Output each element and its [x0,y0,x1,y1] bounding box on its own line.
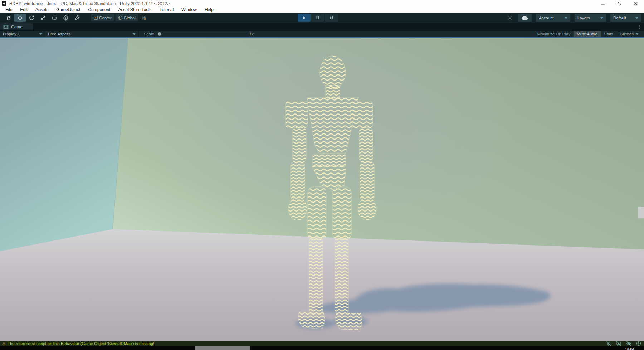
chevron-down-icon [636,33,639,35]
layout-dropdown[interactable]: Default [610,14,641,22]
restore-button[interactable] [611,0,628,7]
grid-snap-button[interactable] [140,14,148,22]
menubar: File Edit Assets GameObject Component As… [0,7,644,13]
main-toolbar: Center Global [0,13,644,23]
aspect-ratio-dropdown[interactable]: Free Aspect [45,31,139,37]
chevron-down-icon [133,33,136,35]
chevron-down-icon [565,17,567,19]
play-button[interactable] [298,14,311,22]
menu-gameobject[interactable]: GameObject [52,7,84,12]
scale-slider-track [157,34,247,34]
orientation-toggle-button[interactable]: Global [116,14,138,21]
taskbar-clock[interactable]: 19:56 [625,348,634,350]
menu-help[interactable]: Help [201,7,218,12]
scale-value: 1x [249,32,254,36]
chevron-down-icon [635,17,638,19]
menu-tutorial[interactable]: Tutorial [156,7,178,12]
stats-label: Stats [604,32,613,36]
scale-label: Scale [144,32,154,36]
rendered-scene [0,38,644,341]
center-pivot-icon [93,15,98,20]
layers-dropdown[interactable]: Layers [575,14,606,22]
window-title: HDRP_wireframe - demo - PC, Mac & Linux … [9,1,170,6]
account-label: Account [539,16,554,20]
menu-window[interactable]: Window [177,7,201,12]
tab-game-label: Game [11,25,22,29]
pivot-toggle-button[interactable]: Center [91,14,114,21]
aspect-dropdown-value: Free Aspect [48,32,70,36]
globe-icon [118,15,123,20]
display-dropdown[interactable]: Display 1 [0,31,45,37]
status-warning-message[interactable]: The referenced script on this Behaviour … [8,341,154,346]
layers-label: Layers [577,16,590,20]
gizmos-label: Gizmos [620,32,634,36]
warning-icon: ⚠ [2,341,6,346]
playback-controls [298,14,338,22]
step-button[interactable] [325,14,338,22]
display-dropdown-value: Display 1 [3,32,20,36]
taskbar-app-button[interactable] [195,346,250,350]
scale-slider[interactable] [157,32,247,36]
mute-audio-toggle[interactable]: Mute Audio [574,31,601,37]
orientation-label: Global [124,16,136,20]
background-tasks-icon[interactable] [636,341,641,346]
game-viewport[interactable] [0,38,644,341]
minimize-button[interactable] [595,0,611,7]
rect-tool-button[interactable] [49,14,60,22]
mute-audio-label: Mute Audio [577,32,597,36]
notifications-muted-icon[interactable] [606,341,611,346]
menu-file[interactable]: File [1,7,16,12]
pause-button[interactable] [311,14,324,22]
visibility-muted-icon[interactable] [626,341,631,346]
status-bar[interactable]: ⚠ The referenced script on this Behaviou… [0,341,644,346]
windows-taskbar: 19:56 [0,346,644,350]
preview-packages-icon[interactable] [506,14,514,22]
left-wall [0,38,128,251]
menu-asset-store-tools[interactable]: Asset Store Tools [114,7,155,12]
close-button[interactable] [628,0,644,7]
menu-edit[interactable]: Edit [16,7,31,12]
maximize-on-play-toggle[interactable]: Maximize On Play [534,31,574,37]
tab-game[interactable]: Game [0,23,33,30]
window-edge-handle[interactable] [638,207,644,218]
transform-tool-button[interactable] [60,14,72,22]
layout-label: Default [613,16,626,20]
menu-component[interactable]: Component [84,7,114,12]
game-view-toolbar: Display 1 Free Aspect Scale 1x Maximize … [0,31,644,38]
unity-editor-window: HDRP_wireframe - demo - PC, Mac & Linux … [0,0,644,350]
messages-muted-icon[interactable] [616,341,621,346]
chevron-down-icon [600,17,603,19]
account-dropdown[interactable]: Account [536,14,570,22]
scale-tool-button[interactable] [37,14,49,22]
stats-toggle[interactable]: Stats [601,31,616,37]
gizmos-dropdown[interactable]: Gizmos [616,31,642,37]
hand-tool-button[interactable] [3,14,14,22]
titlebar: HDRP_wireframe - demo - PC, Mac & Linux … [0,0,644,7]
view-tabbar: Game ⋮ [0,23,644,31]
custom-tool-button[interactable] [72,14,83,22]
rotate-tool-button[interactable] [26,14,37,22]
maximize-on-play-label: Maximize On Play [537,32,571,36]
unity-logo-icon [2,1,6,6]
move-tool-button[interactable] [14,14,26,22]
pivot-label: Center [99,16,112,20]
gamepad-icon [3,25,9,29]
cloud-icon [522,16,528,20]
menu-assets[interactable]: Assets [31,7,52,12]
chevron-down-icon [39,33,42,35]
cloud-collab-button[interactable] [518,14,532,22]
scale-slider-handle[interactable] [158,32,161,36]
panel-menu-icon[interactable]: ⋮ [638,24,642,29]
